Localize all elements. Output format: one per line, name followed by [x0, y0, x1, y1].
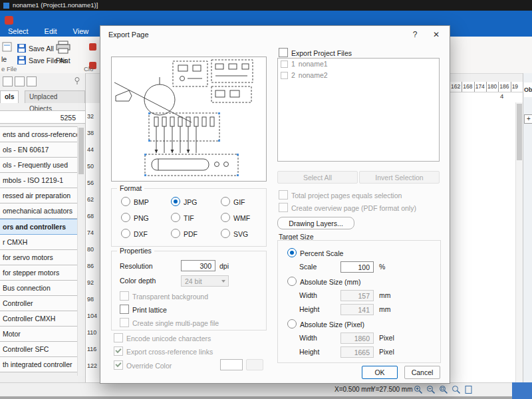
ruler-mark: 38 [87, 130, 94, 136]
zoom-page-icon[interactable] [464, 385, 473, 394]
properties-group-label: Properties [117, 247, 154, 255]
sidebar-tool-icon-3[interactable] [27, 76, 37, 86]
cursor-y-coordinate: Y=27.500 mm [371, 386, 413, 393]
app-icon [3, 3, 9, 9]
drawing-layers-button[interactable]: Drawing Layers... [277, 217, 354, 229]
objects-panel-header[interactable]: Ob [524, 82, 532, 97]
single-multipage-file-checkbox[interactable]: Create single multi-page file [120, 318, 219, 327]
menu-select[interactable]: Select [8, 27, 29, 35]
format-radio-gif[interactable]: GIF [221, 197, 245, 206]
tree-item[interactable]: for servo motors [0, 250, 85, 265]
tab-symbols[interactable]: ols [0, 90, 19, 103]
scale-input[interactable]: 100 [340, 261, 374, 273]
transparent-background-checkbox[interactable]: Transparent background [120, 291, 208, 301]
ruler-mark: 19 [511, 82, 523, 92]
print-lattice-checkbox[interactable]: Print lattice [120, 305, 167, 314]
save-all-icon [17, 44, 26, 53]
partial-file-button[interactable]: le [1, 55, 7, 63]
menu-view[interactable]: View [73, 27, 89, 35]
mm-width-input[interactable]: 157 [340, 290, 374, 301]
format-radio-dxf[interactable]: DXF [121, 229, 148, 238]
tree-item[interactable]: r CMXH [0, 235, 85, 250]
color-depth-select[interactable]: 24 bit [181, 275, 229, 287]
override-color-checkbox[interactable]: Override Color [114, 360, 172, 370]
canvas-scrollbar-thumb[interactable] [517, 104, 522, 160]
open-file-icon[interactable] [2, 42, 13, 53]
schematic-preview-image [112, 57, 265, 180]
toolbar-red-icon[interactable] [89, 43, 96, 51]
px-width-unit: Pixel [379, 334, 394, 342]
tab-unplaced-objects[interactable]: Unplaced Objects [25, 90, 85, 103]
tree-item[interactable]: Controller CMXH [0, 311, 85, 327]
format-radio-tif[interactable]: TIF [171, 213, 194, 222]
zoom-selection-icon[interactable] [439, 385, 448, 394]
export-project-files-checkbox[interactable]: Export Project Files [279, 48, 352, 57]
ruler-mark: 62 [87, 196, 94, 203]
close-icon[interactable]: ✕ [427, 26, 446, 43]
format-radio-pdf[interactable]: PDF [171, 229, 198, 238]
file-list-item[interactable]: 1noname1 [278, 59, 439, 70]
tree-item[interactable]: ressed air preparation [0, 188, 85, 203]
resolution-input[interactable]: 300 [181, 260, 215, 271]
px-width-input[interactable]: 1860 [340, 332, 374, 344]
help-button[interactable]: ? [406, 26, 424, 43]
format-radio-bmp[interactable]: BMP [121, 197, 149, 206]
ok-button[interactable]: OK [362, 366, 398, 379]
tree-item[interactable]: ols - Frequently used [0, 158, 85, 173]
overview-page-checkbox[interactable]: Create overview page (PDF format only) [279, 203, 416, 212]
zoom-in-icon[interactable] [414, 385, 423, 394]
print-button[interactable]: Print [56, 57, 70, 65]
absolute-mm-radio[interactable]: Absolute Size (mm) [287, 277, 361, 286]
tree-item[interactable]: th integrated controller [0, 357, 85, 372]
file-checkbox[interactable] [281, 72, 288, 79]
tree-item[interactable]: for stepper motors [0, 265, 85, 281]
sidebar-tool-icon-1[interactable] [3, 76, 13, 86]
format-radio-jpg[interactable]: JPG [171, 197, 197, 206]
sidebar-tool-icon-2[interactable] [15, 76, 25, 86]
tree-item[interactable]: ols - EN 60617 [0, 142, 85, 158]
tree-item[interactable]: Controller SFC [0, 342, 85, 357]
pin-icon[interactable] [73, 76, 82, 85]
ruler-mark: 174 [474, 82, 486, 92]
tree-item[interactable]: mbols - ISO 1219-1 [0, 173, 85, 188]
percent-scale-radio[interactable]: Percent Scale [287, 248, 343, 257]
zoom-fit-icon[interactable] [452, 385, 461, 394]
window-titlebar: noname1 (Project1.noname1)] [0, 0, 532, 11]
tree-item[interactable]: ents and cross-references [0, 126, 85, 142]
zoom-out-icon[interactable] [426, 385, 436, 394]
format-radio-wmf[interactable]: WMF [221, 213, 250, 222]
px-width-label: Width [299, 334, 317, 342]
ruler-mark: 168 [462, 82, 473, 92]
total-pages-checkbox[interactable]: Total project pages equals selection [279, 190, 402, 200]
format-radio-svg[interactable]: SVG [221, 229, 248, 238]
tree-item[interactable]: omechanical actuators [0, 203, 85, 219]
ruler-mark: 68 [87, 213, 94, 219]
invert-selection-button[interactable]: Invert Selection [359, 171, 440, 184]
export-crossref-links-checkbox[interactable]: Export cross-reference links [114, 346, 213, 356]
dialog-title: Export Page [108, 26, 149, 43]
file-list-item[interactable]: 2noname2 [278, 70, 439, 81]
tree-item-selected[interactable]: ors and controllers [0, 219, 85, 235]
project-file-list[interactable]: 1noname1 2noname2 [277, 58, 440, 162]
tree-item[interactable]: Controller [0, 296, 85, 311]
format-radio-png[interactable]: PNG [121, 213, 149, 222]
ruler-mark: 116 [87, 346, 96, 352]
sidebar-scrollbar[interactable] [77, 126, 85, 376]
cancel-button[interactable]: Cancel [404, 366, 440, 379]
px-height-input[interactable]: 1665 [340, 346, 374, 358]
encode-unicode-checkbox[interactable]: Encode unicode characters [114, 333, 211, 342]
drawing-canvas[interactable] [450, 102, 515, 382]
file-checkbox[interactable] [281, 61, 288, 68]
mm-height-input[interactable]: 141 [340, 304, 374, 315]
select-all-button[interactable]: Select All [277, 171, 358, 184]
override-color-swatch[interactable] [220, 359, 243, 370]
dialog-titlebar[interactable]: Export Page ? ✕ [100, 26, 448, 43]
menu-edit[interactable]: Edit [45, 27, 57, 35]
override-color-more-button[interactable] [246, 359, 263, 370]
absolute-pixel-radio[interactable]: Absolute Size (Pixel) [287, 319, 364, 329]
tree-item[interactable]: Motor [0, 327, 85, 342]
tree-item[interactable]: Bus connection [0, 281, 85, 296]
sidebar-scrollbar-thumb[interactable] [78, 128, 84, 174]
add-icon[interactable]: + [524, 114, 532, 124]
save-all-button[interactable]: Save All [29, 45, 54, 53]
